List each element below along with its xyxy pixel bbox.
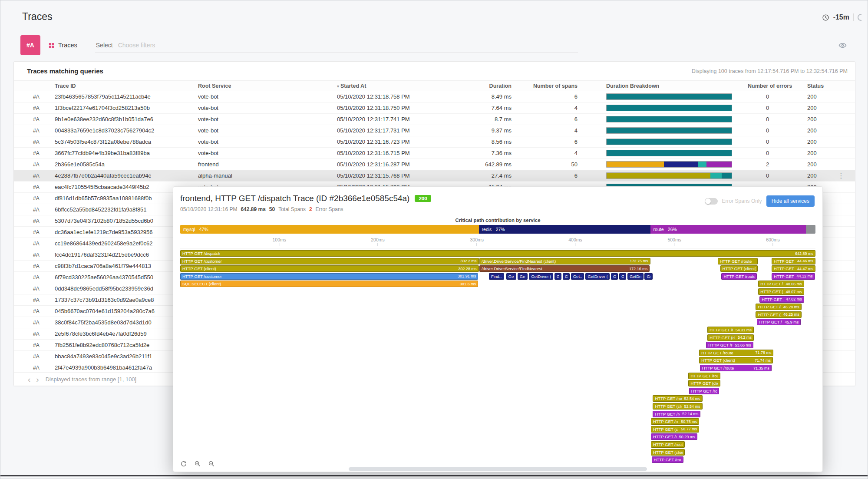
table-row[interactable]: #A3667fc77cfdb94e4b39be31ba83f89bavote-b…	[14, 148, 855, 159]
gantt-span-label: /driver.DriverService/FindNearest	[482, 266, 542, 271]
gantt-span[interactable]: HTTP GET /route50.75 ms	[651, 418, 699, 425]
gantt-span[interactable]: HTTP GET /route	[689, 388, 719, 394]
gantt-span[interactable]: HTTP GET (client)48.07 ms	[758, 288, 804, 295]
column-header-status[interactable]: Status	[792, 83, 827, 89]
gantt-span[interactable]: HTTP GET (client)	[688, 380, 720, 387]
critical-path-segment: mysql - 47%	[180, 225, 479, 234]
gantt-span[interactable]: HTTP GET /customer301.91 ms	[180, 273, 478, 280]
column-header-duration[interactable]: Duration	[473, 83, 517, 89]
gantt-span[interactable]: HTTP GET /route50.29 ms	[651, 433, 697, 440]
traces-page: Traces -15m #A Traces Select Traces matc…	[0, 0, 868, 479]
prev-page-button[interactable]: ‹	[26, 375, 32, 383]
gantt-span[interactable]: GetDri...	[627, 273, 644, 280]
trace-id-cell: 1f3bcef22174e61704f3cd258213a50b	[52, 105, 195, 111]
hide-all-services-button[interactable]: Hide all services	[766, 195, 815, 207]
gantt-span[interactable]: GetDriver (client)	[585, 273, 610, 280]
duration-breakdown-bar	[606, 139, 732, 145]
gantt-span[interactable]: GetD...	[644, 273, 653, 280]
gantt-span[interactable]: Get...	[518, 273, 528, 280]
time-range-value[interactable]: -15m	[833, 13, 849, 21]
duration-breakdown-bar	[606, 161, 732, 168]
gantt-span[interactable]: HTTP GET (client)52.54 ms	[653, 403, 702, 410]
gantt-span[interactable]: HTTP GET /route52.14 ms	[653, 411, 700, 417]
gantt-span[interactable]: /driver.DriverService/FindNearest (clien…	[479, 258, 650, 264]
gantt-span[interactable]: HTTP GET (client)54.2 ms	[707, 334, 754, 341]
horizontal-scrollbar[interactable]	[349, 467, 647, 471]
gantt-span[interactable]: HTTP GET (client)302.28 ms	[180, 265, 479, 272]
table-row[interactable]: #A5c374503f5e4c873f12a08ebe788adcavote-b…	[14, 136, 855, 148]
gantt-span[interactable]: HTTP GET /route	[718, 258, 758, 264]
gantt-span[interactable]: HTTP GET (client)50.77 ms	[651, 426, 699, 433]
gantt-span[interactable]: HTTP GET /route47.82 ms	[759, 296, 804, 303]
breakdown-segment	[722, 173, 732, 178]
gantt-span[interactable]: HTTP GET (client)46.25 ms	[756, 311, 801, 318]
gantt-span[interactable]: HTTP GET /route52.54 ms	[653, 395, 702, 402]
breakdown-segment	[607, 116, 732, 122]
breakdown-segment	[706, 162, 732, 167]
table-row[interactable]: #A1f3bcef22174e61704f3cd258213a50bvote-b…	[14, 102, 855, 114]
gantt-span[interactable]: HTTP GET /route44.46 ms	[772, 258, 815, 264]
filter-input[interactable]	[118, 42, 576, 49]
gantt-span[interactable]: HTTP GET /route	[651, 441, 685, 448]
gantt-span[interactable]: HTTP GET /route71.78 ms	[699, 350, 773, 356]
query-badge: #A	[20, 35, 40, 55]
table-row[interactable]: #A9b1e0e638ee232d60c8f3b1b051da7e6vote-b…	[14, 114, 855, 125]
column-header-number-of-spans[interactable]: Number of spans	[517, 83, 591, 89]
error-count-cell: 0	[734, 93, 792, 100]
gantt-span[interactable]: G...	[554, 273, 561, 280]
gantt-span[interactable]: HTTP GET /route	[688, 373, 720, 379]
row-actions-cell: ⋮	[827, 172, 855, 180]
gantt-span[interactable]: HTTP GET /route	[652, 456, 683, 463]
zoom-in-icon[interactable]	[194, 460, 201, 467]
eye-icon[interactable]	[838, 41, 847, 50]
gantt-span[interactable]: /driver.DriverService/FindNearest172.16 …	[479, 265, 650, 272]
started-at-cell: 05/10/2020 12:31:18.758 PM	[334, 93, 473, 100]
gantt-span[interactable]: HTTP GET /route46.28 ms	[756, 304, 801, 310]
gantt-span[interactable]: Get...	[571, 273, 584, 280]
refresh-icon[interactable]	[858, 14, 861, 21]
table-row[interactable]: #A004833a7659e1c8d37023c75627904c2vote-b…	[14, 125, 855, 136]
gantt-span[interactable]: HTTP GET (client)44.47 ms	[772, 265, 815, 272]
gantt-span[interactable]: Get...	[506, 273, 516, 280]
gantt-span[interactable]: GetDriver (client)	[529, 273, 553, 280]
column-header-trace-id[interactable]: Trace ID	[52, 83, 195, 89]
table-row[interactable]: #A23fb4635657853f79a5c1145211acb4evote-b…	[14, 91, 855, 102]
gantt-span[interactable]: HTTP GET /route54.31 ms	[707, 327, 754, 333]
duration-breakdown-cell	[591, 161, 734, 168]
tab-traces[interactable]: Traces	[48, 39, 88, 52]
gantt-span[interactable]: HTTP GET /route45.9 ms	[757, 319, 801, 325]
column-header-duration-breakdown[interactable]: Duration Breakdown	[591, 83, 734, 89]
gantt-span[interactable]: HTTP GET (client)71.74 ms	[699, 357, 773, 363]
error-spans-toggle[interactable]	[705, 198, 718, 205]
next-page-button[interactable]: ›	[34, 375, 40, 383]
gantt-span[interactable]: G...	[611, 273, 618, 280]
time-range-control[interactable]: -15m	[822, 13, 861, 21]
status-cell: 200	[792, 161, 827, 168]
gantt-span[interactable]: G...	[563, 273, 570, 280]
error-count-cell: 0	[734, 116, 792, 122]
gantt-span[interactable]: Find...	[489, 273, 504, 280]
gantt-span[interactable]: HTTP GET /route	[721, 273, 757, 280]
gantt-span[interactable]: HTTP GET /dispatch642.89 ms	[180, 250, 815, 257]
started-at-cell: 05/10/2020 12:31:16.723 PM	[334, 139, 473, 145]
critical-path-segment: redis - 27%	[479, 225, 650, 234]
column-header-started-at[interactable]: ▾Started At	[334, 83, 473, 89]
gantt-span[interactable]: HTTP GET (client)	[720, 265, 758, 272]
gantt-span-label: HTTP GET (client)	[710, 335, 735, 340]
gantt-span[interactable]: HTTP GET /route48.06 ms	[758, 281, 804, 287]
zoom-out-icon[interactable]	[208, 460, 215, 467]
column-header-root-service[interactable]: Root Service	[195, 83, 334, 89]
table-row[interactable]: #A2b366e1e0585c54afrontend05/10/2020 12:…	[14, 159, 855, 170]
gantt-span[interactable]: HTTP GET /route71.35 ms	[700, 365, 772, 371]
gantt-span[interactable]: HTTP GET (client)	[651, 449, 685, 456]
gantt-span[interactable]: HTTP GET /route53.66 ms	[706, 342, 753, 348]
gantt-span[interactable]: G...	[619, 273, 626, 280]
reset-zoom-icon[interactable]	[180, 460, 187, 467]
gantt-span[interactable]: HTTP GET /customer302.2 ms	[180, 258, 479, 264]
table-row[interactable]: #A4e2887fb7e0b2a440afa59cec1eab94calpha-…	[14, 170, 855, 182]
gantt-span-label: SQL SELECT (client)	[182, 281, 221, 286]
gantt-span[interactable]: HTTP GET /route44.12 ms	[772, 273, 815, 280]
column-header-number-of-errors[interactable]: Number of errors	[734, 83, 792, 89]
row-actions-kebab-icon[interactable]: ⋮	[838, 172, 845, 179]
gantt-span[interactable]: SQL SELECT (client)301.6 ms	[180, 281, 478, 287]
